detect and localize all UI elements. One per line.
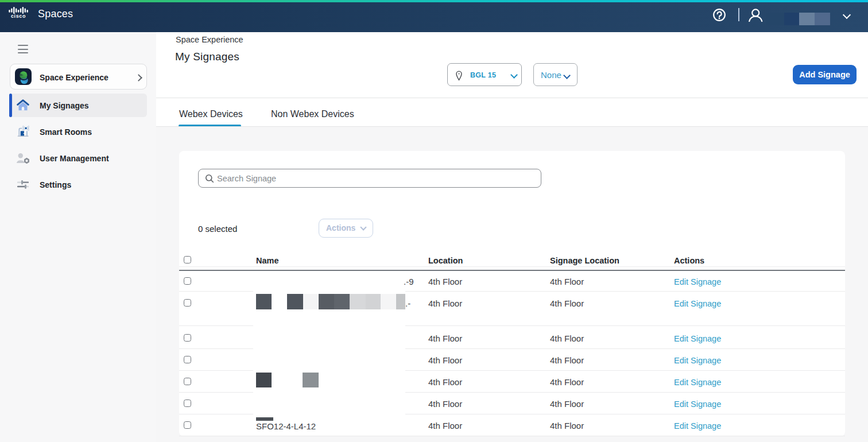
svg-text:cisco: cisco: [11, 13, 26, 19]
